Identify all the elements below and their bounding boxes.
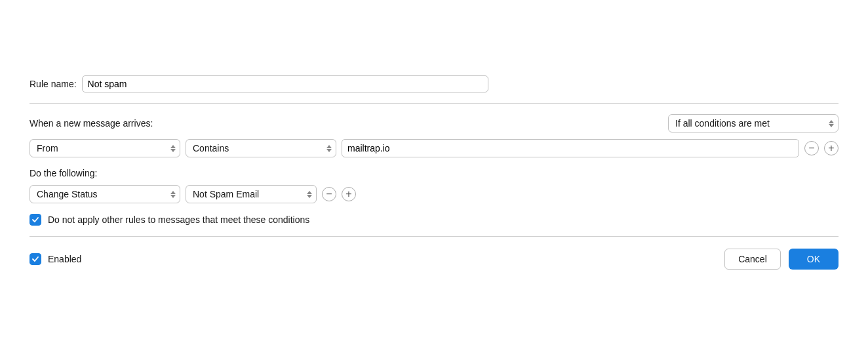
rule-name-input[interactable] [82,75,488,92]
action-type-select[interactable]: Change Status Move Message Mark as Read … [30,185,180,203]
operator-select-wrapper: Contains Does Not Contain Begins With En… [186,139,336,157]
ok-button[interactable]: OK [789,249,838,270]
when-section-header: When a new message arrives: If all condi… [30,114,838,132]
checkmark-icon [31,216,39,224]
conditions-dropdown[interactable]: If all conditions are met If any conditi… [668,114,838,132]
do-label: Do the following: [30,168,838,178]
enabled-checkbox[interactable] [30,253,41,265]
field-select[interactable]: From To Subject Any Header Account [30,139,180,157]
when-label: When a new message arrives: [30,118,153,129]
rule-name-row: Rule name: [30,75,838,104]
do-section: Do the following: Change Status Move Mes… [30,168,838,203]
enabled-section: Enabled [30,253,81,265]
enabled-label: Enabled [48,254,81,264]
remove-condition-button[interactable]: − [804,141,819,155]
mail-rule-dialog: Rule name: When a new message arrives: I… [11,60,857,285]
button-group: Cancel OK [724,249,838,270]
field-select-wrapper: From To Subject Any Header Account [30,139,180,157]
action-value-select[interactable]: Not Spam Email Spam Email Read Unread [186,185,317,203]
condition-value-input[interactable] [342,139,799,157]
no-other-rules-checkbox[interactable] [30,214,41,226]
rule-name-label: Rule name: [30,79,77,89]
conditions-dropdown-wrapper: If all conditions are met If any conditi… [668,114,838,132]
no-other-rules-row: Do not apply other rules to messages tha… [30,214,838,237]
no-other-rules-label: Do not apply other rules to messages tha… [48,214,309,225]
operator-select[interactable]: Contains Does Not Contain Begins With En… [186,139,336,157]
action-value-select-wrapper: Not Spam Email Spam Email Read Unread [186,185,317,203]
bottom-row: Enabled Cancel OK [30,249,838,270]
cancel-button[interactable]: Cancel [724,249,781,270]
remove-action-button[interactable]: − [322,187,336,201]
enabled-checkmark-icon [31,255,39,263]
add-action-button[interactable]: + [342,187,356,201]
action-type-select-wrapper: Change Status Move Message Mark as Read … [30,185,180,203]
condition-row: From To Subject Any Header Account Conta… [30,139,838,157]
add-condition-button[interactable]: + [824,141,838,155]
action-row: Change Status Move Message Mark as Read … [30,185,838,203]
